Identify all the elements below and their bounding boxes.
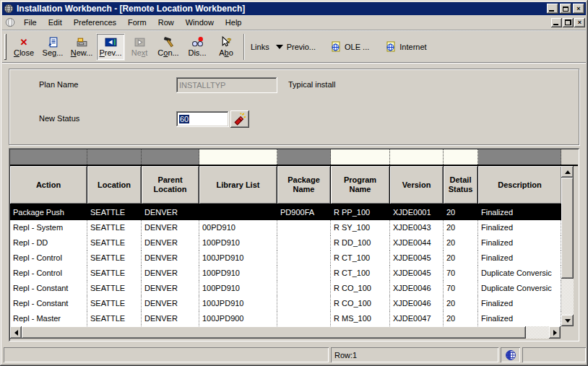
grid-cell[interactable] [277, 281, 331, 296]
qbe-cell[interactable] [87, 149, 142, 165]
grid-cell[interactable]: SEATTLE [87, 266, 142, 281]
menu-row[interactable]: Row [152, 17, 180, 28]
scroll-down-button[interactable] [561, 315, 574, 326]
table-row[interactable]: Repl - ConstantSEATTLEDENVER100PD910R CO… [10, 281, 561, 296]
table-row[interactable]: Repl - SystemSEATTLEDENVER00PD910R SY_10… [10, 220, 561, 235]
grid-cell[interactable]: SEATTLE [87, 296, 142, 311]
grid-cell[interactable]: 100PD910 [199, 235, 277, 250]
grid-cell[interactable]: SEATTLE [87, 205, 142, 220]
grid-cell[interactable]: XJDE0046 [390, 296, 444, 311]
grid-cell[interactable]: R CO_100 [331, 296, 390, 311]
grid-cell[interactable] [277, 250, 331, 266]
scroll-left-button[interactable] [10, 326, 22, 339]
grid-cell[interactable]: 20 [444, 250, 478, 266]
qbe-cell[interactable] [444, 149, 478, 165]
column-header[interactable]: Detail Status [444, 166, 478, 204]
grid-cell[interactable] [199, 205, 277, 220]
qbe-cell[interactable] [478, 149, 561, 165]
scroll-right-button[interactable] [549, 326, 561, 339]
grid-cell[interactable]: 20 [444, 220, 478, 235]
table-row[interactable]: Repl - DDSEATTLEDENVER100PD910R DD_100XJ… [10, 235, 561, 250]
grid-cell[interactable]: Finalized [478, 235, 561, 250]
segments-button[interactable]: Seg... [38, 33, 67, 61]
grid-cell[interactable]: R CT_100 [331, 266, 390, 281]
qbe-cell[interactable] [277, 149, 331, 165]
grid-cell[interactable] [277, 311, 331, 326]
grid-cell[interactable]: Repl - DD [10, 235, 87, 250]
grid-cell[interactable]: R CT_100 [331, 250, 390, 266]
grid-cell[interactable]: Finalized [478, 250, 561, 266]
grid-cell[interactable]: 100JPD900 [199, 311, 277, 326]
grid-cell[interactable]: 00PD910 [199, 220, 277, 235]
grid-cell[interactable]: XJDE0001 [390, 205, 444, 220]
menu-edit[interactable]: Edit [43, 17, 68, 28]
grid-cell[interactable]: 100PD910 [199, 281, 277, 296]
grid-cell[interactable]: Finalized [478, 205, 561, 220]
links-dropdown-icon[interactable] [276, 45, 283, 49]
minimize-button[interactable] [547, 4, 558, 14]
grid-cell[interactable]: SEATTLE [87, 220, 142, 235]
grid-cell[interactable]: 20 [444, 205, 478, 220]
close-button[interactable]: ✕ Close [9, 33, 38, 61]
ole-button[interactable]: OLE ... [326, 40, 373, 54]
column-header[interactable]: Package Name [277, 166, 331, 204]
qbe-cell[interactable] [390, 149, 444, 165]
previous-button[interactable]: Prev... [96, 33, 125, 61]
grid-cell[interactable]: Repl - Control [10, 250, 87, 266]
table-row[interactable]: Repl - ControlSEATTLEDENVER100JPD910R CT… [10, 250, 561, 266]
grid-cell[interactable]: R CO_100 [331, 281, 390, 296]
grid-cell[interactable]: Finalized [478, 296, 561, 311]
grid-cell[interactable] [277, 235, 331, 250]
grid-cell[interactable]: SEATTLE [87, 250, 142, 266]
grid-cell[interactable]: 70 [444, 281, 478, 296]
search-flashlight-button[interactable] [230, 110, 249, 128]
grid-cell[interactable]: XJDE0045 [390, 266, 444, 281]
grid-cell[interactable]: DENVER [142, 266, 199, 281]
vertical-scrollbar[interactable] [561, 166, 574, 326]
horizontal-scroll-track[interactable] [526, 326, 549, 339]
grid-cell[interactable]: Repl - Constant [10, 281, 87, 296]
grid-cell[interactable]: R MS_100 [331, 311, 390, 326]
grid-cell[interactable]: 70 [444, 266, 478, 281]
grid-cell[interactable]: PD900FA [277, 205, 331, 220]
column-header[interactable]: Action [10, 166, 87, 204]
grid-cell[interactable]: 100JPD910 [199, 296, 277, 311]
maximize-button[interactable] [560, 4, 571, 14]
grid-cell[interactable]: XJDE0046 [390, 281, 444, 296]
grid-cell[interactable]: DENVER [142, 250, 199, 266]
mdi-system-globe-icon[interactable] [5, 17, 15, 27]
menu-window[interactable]: Window [180, 17, 220, 28]
grid-cell[interactable]: 20 [444, 311, 478, 326]
configure-button[interactable]: Con... [154, 33, 183, 61]
grid-cell[interactable]: DENVER [142, 205, 199, 220]
grid-cell[interactable]: Repl - Control [10, 266, 87, 281]
vertical-scroll-thumb[interactable] [561, 178, 574, 279]
grid-cell[interactable]: Repl - Master [10, 311, 87, 326]
table-row[interactable]: Repl - ControlSEATTLEDENVER100PD910R CT_… [10, 266, 561, 281]
grid-cell[interactable]: Repl - System [10, 220, 87, 235]
display-button[interactable]: Dis... [183, 33, 212, 61]
grid-cell[interactable]: DENVER [142, 220, 199, 235]
vertical-scroll-track[interactable] [561, 279, 574, 315]
grid-cell[interactable]: R PP_100 [331, 205, 390, 220]
column-header[interactable]: Library List [199, 166, 277, 204]
grid-cell[interactable]: 20 [444, 235, 478, 250]
horizontal-scrollbar[interactable] [10, 326, 578, 339]
grid-cell[interactable]: 100PD910 [199, 266, 277, 281]
grid-cell[interactable]: Duplicate Conversic [478, 266, 561, 281]
menu-form[interactable]: Form [122, 17, 152, 28]
new-status-field[interactable]: 60 [176, 111, 229, 127]
column-header[interactable]: Location [87, 166, 142, 204]
grid-cell[interactable]: R DD_100 [331, 235, 390, 250]
column-header[interactable]: Program Name [331, 166, 390, 204]
mdi-restore-button[interactable] [563, 18, 574, 27]
grid-cell[interactable]: 20 [444, 296, 478, 311]
grid-cell[interactable]: SEATTLE [87, 235, 142, 250]
grid-cell[interactable] [277, 266, 331, 281]
grid-cell[interactable]: DENVER [142, 296, 199, 311]
table-row[interactable]: Repl - ConstantSEATTLEDENVER100JPD910R C… [10, 296, 561, 311]
grid-cell[interactable]: Finalized [478, 220, 561, 235]
grid-cell[interactable]: SEATTLE [87, 311, 142, 326]
column-header[interactable]: Parent Location [142, 166, 199, 204]
close-window-button[interactable]: × [573, 4, 584, 14]
